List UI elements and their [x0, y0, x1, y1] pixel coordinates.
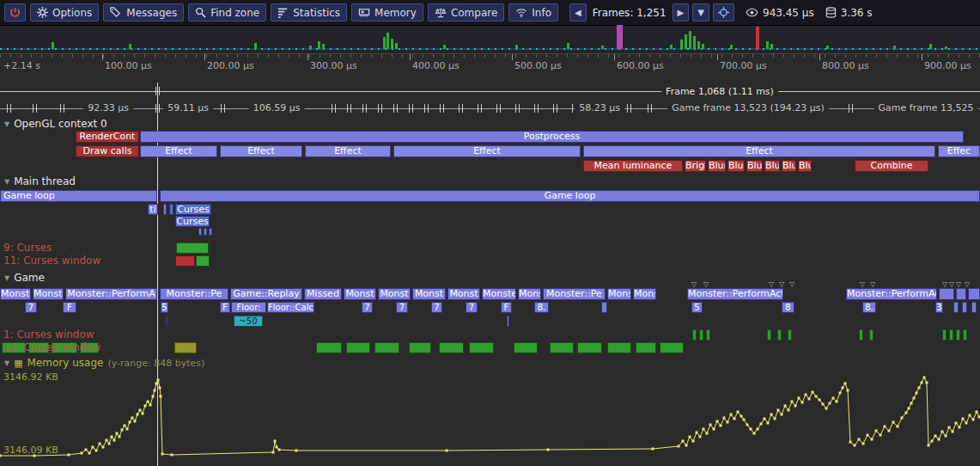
plot-bar[interactable] — [174, 342, 197, 353]
timeline-zone[interactable]: F — [220, 302, 230, 313]
timeline-zone[interactable]: ~50 — [234, 316, 263, 327]
plot-bar[interactable] — [409, 342, 431, 353]
frame-bar[interactable] — [826, 46, 829, 49]
plot-bar[interactable] — [767, 329, 771, 340]
timeline-zone[interactable]: Monster::PerformA — [65, 288, 157, 300]
plot-bar[interactable] — [859, 329, 863, 340]
plot-bar[interactable] — [196, 255, 210, 267]
timeline-zone[interactable]: ti — [148, 204, 158, 215]
plot-bar[interactable] — [316, 342, 342, 353]
frame-bar[interactable] — [756, 27, 759, 49]
frame-bar[interactable] — [680, 40, 683, 49]
frame-bar[interactable] — [309, 46, 312, 49]
timeline-zone[interactable]: Brigh — [685, 160, 706, 172]
timeline-zone[interactable]: Monster::Pe — [543, 288, 606, 300]
timeline-zone[interactable]: Monst — [447, 288, 480, 300]
timeline-zone[interactable]: F — [501, 302, 512, 313]
timeline-zone[interactable]: Effect — [393, 145, 581, 157]
statistics-button[interactable]: Statistics — [271, 3, 347, 21]
timeline-zone[interactable]: Blur — [764, 160, 780, 172]
prev-frame-button[interactable]: ◀ — [569, 3, 587, 21]
timeline-zone[interactable] — [169, 204, 173, 215]
frame-bar[interactable] — [670, 45, 673, 49]
thread-label[interactable]: 11: Curses window — [3, 255, 100, 267]
timeline-zone[interactable]: 7 — [396, 302, 408, 313]
frame-bar[interactable] — [254, 43, 257, 49]
frame-bar[interactable] — [702, 44, 704, 49]
timeline-zone[interactable]: F — [63, 302, 76, 313]
thread-label[interactable]: 1: Curses window — [3, 329, 94, 340]
timeline-zone[interactable]: 5 — [691, 302, 703, 313]
timeline-zone[interactable]: Monste — [33, 288, 64, 300]
options-button[interactable]: Options — [30, 3, 99, 21]
plot-bar[interactable] — [607, 342, 631, 353]
timeline-zone[interactable] — [209, 228, 212, 236]
plot-bar[interactable] — [374, 342, 399, 353]
plot-bar[interactable] — [963, 329, 967, 340]
messages-button[interactable]: Messages — [103, 3, 184, 21]
frame-dropdown-button[interactable]: ▼ — [692, 3, 709, 21]
timeline-zone[interactable]: Floor: — [231, 302, 266, 313]
timeline-zone[interactable]: Effect — [220, 145, 302, 157]
frame-bar[interactable] — [318, 41, 320, 49]
timeline-zone[interactable]: RenderCont — [76, 131, 139, 143]
thread-label[interactable]: 9: Curses — [3, 242, 52, 254]
plot-bar[interactable] — [577, 342, 602, 353]
frame-bar[interactable] — [601, 46, 604, 49]
frame-bar[interactable] — [391, 39, 393, 49]
timeline-zone[interactable] — [204, 228, 207, 236]
timeline-zone[interactable]: Mons — [518, 288, 541, 300]
timeline-zone[interactable]: Game loop — [160, 190, 980, 202]
timeline-zone[interactable]: Monste — [0, 288, 31, 300]
timeline-zone[interactable] — [198, 228, 202, 236]
timeline-zone[interactable]: Monst — [344, 288, 376, 300]
frame-label[interactable]: 58.23 µs — [575, 102, 624, 114]
timeline-zone[interactable]: Game::Replay — [230, 288, 302, 300]
timeline-zone[interactable]: 8. — [862, 302, 876, 313]
timeline-zone[interactable]: Blur — [746, 160, 763, 172]
timeline-zone[interactable]: Monster::PerformAction — [687, 288, 783, 300]
frame-histogram[interactable] — [0, 26, 980, 53]
plot-bar[interactable] — [706, 329, 710, 340]
plot-bar[interactable] — [699, 329, 703, 340]
timeline-zone[interactable] — [601, 302, 607, 313]
timeline-zone[interactable]: Draw calls — [76, 145, 139, 157]
timeline-zone[interactable]: Mons — [633, 288, 656, 300]
timeline-zone[interactable] — [971, 302, 977, 313]
frame-bar[interactable] — [383, 37, 386, 49]
timeline-zone[interactable]: Combine — [855, 160, 928, 172]
timeline-zone[interactable]: Blur — [798, 160, 812, 172]
info-button[interactable]: Info — [508, 3, 558, 21]
frame-bar[interactable] — [697, 41, 700, 49]
plot-bar[interactable] — [346, 342, 370, 353]
find-zone-button[interactable]: Find zone — [188, 3, 266, 21]
frame-bar[interactable] — [693, 36, 696, 49]
thread-label[interactable]: 11: Curses window — [3, 342, 100, 353]
timeline-zone[interactable]: Game loop — [0, 190, 157, 202]
timeline-zone[interactable]: Blur — [727, 160, 745, 172]
timeline-zone[interactable]: Monster::Pe — [160, 288, 228, 300]
crosshair-button[interactable] — [713, 3, 734, 21]
plot-bar[interactable] — [514, 342, 538, 353]
timeline-zone[interactable] — [962, 302, 967, 313]
timeline-zone[interactable]: Effect — [583, 145, 935, 157]
timeline-zone[interactable]: 7 — [431, 302, 442, 313]
memory-button[interactable]: Memory — [351, 3, 423, 21]
timeline-zone[interactable]: Floor::Calc — [267, 302, 314, 313]
frame-bar[interactable] — [770, 44, 773, 49]
timeline-zone[interactable] — [166, 316, 167, 327]
timeline-zone[interactable]: 7 — [466, 302, 478, 313]
plot-bar[interactable] — [788, 329, 792, 340]
frame-bar[interactable] — [387, 33, 389, 49]
plot-bar[interactable] — [777, 329, 782, 340]
section-memory-header[interactable]: ▼ ▦ Memory usage (y-range: 848 bytes) — [4, 358, 204, 369]
frame-bar[interactable] — [730, 45, 733, 49]
frame-label[interactable]: 92.33 µs — [83, 102, 133, 114]
timeline-zone[interactable]: 3 — [935, 302, 943, 313]
timeline-zone[interactable] — [953, 302, 959, 313]
frame-bar[interactable] — [52, 42, 54, 49]
timeline-zone[interactable]: Monste — [482, 288, 516, 300]
timeline-zone[interactable]: Mons — [607, 288, 631, 300]
plot-bar[interactable] — [636, 342, 656, 353]
timeline-zone[interactable] — [507, 316, 509, 327]
